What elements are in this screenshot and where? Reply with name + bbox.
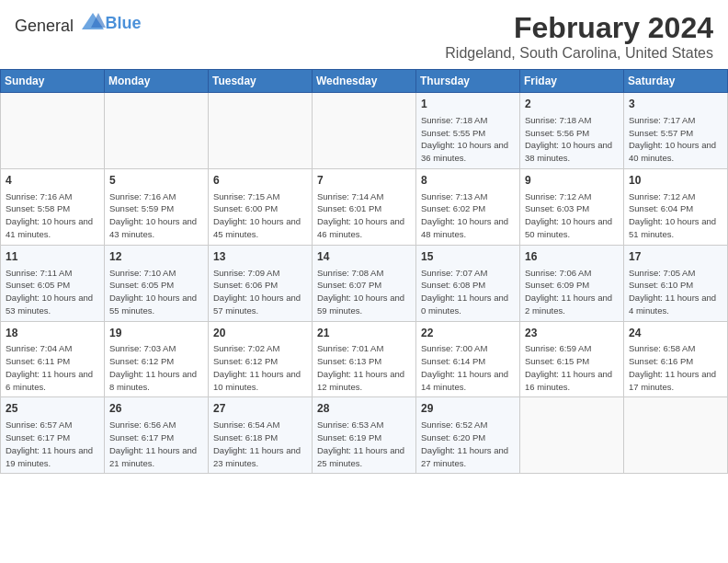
calendar-cell: 20Sunrise: 7:02 AM Sunset: 6:12 PM Dayli…	[209, 321, 313, 397]
day-info: Sunrise: 7:03 AM Sunset: 6:12 PM Dayligh…	[109, 342, 203, 393]
day-number: 21	[317, 326, 411, 341]
calendar-cell: 16Sunrise: 7:06 AM Sunset: 6:09 PM Dayli…	[520, 245, 624, 321]
day-info: Sunrise: 7:18 AM Sunset: 5:55 PM Dayligh…	[421, 114, 515, 165]
day-info: Sunrise: 7:01 AM Sunset: 6:13 PM Dayligh…	[317, 342, 411, 393]
day-info: Sunrise: 6:56 AM Sunset: 6:17 PM Dayligh…	[109, 419, 203, 469]
calendar-cell: 4Sunrise: 7:16 AM Sunset: 5:58 PM Daylig…	[1, 168, 105, 245]
day-number: 13	[213, 249, 307, 265]
calendar-cell	[313, 93, 416, 169]
day-info: Sunrise: 6:52 AM Sunset: 6:20 PM Dayligh…	[421, 419, 515, 469]
day-info: Sunrise: 6:59 AM Sunset: 6:15 PM Dayligh…	[525, 342, 619, 393]
day-number: 27	[213, 401, 307, 417]
calendar-cell: 7Sunrise: 7:14 AM Sunset: 6:01 PM Daylig…	[313, 168, 416, 245]
column-header-monday: Monday	[105, 70, 209, 93]
day-number: 28	[317, 401, 411, 417]
column-header-saturday: Saturday	[624, 70, 728, 93]
day-number: 24	[629, 326, 722, 341]
day-info: Sunrise: 7:18 AM Sunset: 5:56 PM Dayligh…	[525, 114, 619, 165]
day-info: Sunrise: 7:00 AM Sunset: 6:14 PM Dayligh…	[421, 342, 515, 393]
title-block: February 2024 Ridgeland, South Carolina,…	[445, 11, 713, 62]
day-number: 26	[109, 401, 203, 417]
calendar-table: SundayMondayTuesdayWednesdayThursdayFrid…	[0, 69, 728, 474]
day-info: Sunrise: 7:14 AM Sunset: 6:01 PM Dayligh…	[317, 190, 411, 241]
day-info: Sunrise: 7:16 AM Sunset: 5:58 PM Dayligh…	[6, 190, 99, 241]
day-number: 12	[109, 249, 203, 265]
calendar-cell: 28Sunrise: 6:53 AM Sunset: 6:19 PM Dayli…	[313, 397, 416, 474]
page-header: General Blue February 2024 Ridgeland, So…	[0, 0, 728, 69]
calendar-cell	[209, 93, 313, 169]
day-number: 8	[421, 173, 515, 189]
calendar-cell: 1Sunrise: 7:18 AM Sunset: 5:55 PM Daylig…	[416, 93, 520, 169]
calendar-header-row: SundayMondayTuesdayWednesdayThursdayFrid…	[1, 70, 728, 93]
day-number: 10	[629, 173, 722, 189]
column-header-friday: Friday	[520, 70, 624, 93]
calendar-cell: 26Sunrise: 6:56 AM Sunset: 6:17 PM Dayli…	[105, 397, 209, 474]
day-number: 19	[109, 326, 203, 341]
day-number: 23	[525, 326, 619, 341]
day-info: Sunrise: 7:07 AM Sunset: 6:08 PM Dayligh…	[421, 267, 515, 317]
day-info: Sunrise: 7:15 AM Sunset: 6:00 PM Dayligh…	[213, 190, 307, 241]
day-number: 16	[525, 249, 619, 265]
day-info: Sunrise: 7:16 AM Sunset: 5:59 PM Dayligh…	[109, 190, 203, 241]
calendar-cell: 25Sunrise: 6:57 AM Sunset: 6:17 PM Dayli…	[1, 397, 105, 474]
calendar-cell: 23Sunrise: 6:59 AM Sunset: 6:15 PM Dayli…	[520, 321, 624, 397]
day-number: 1	[421, 97, 515, 112]
calendar-cell	[105, 93, 209, 169]
logo-icon	[80, 11, 106, 31]
calendar-week-4: 18Sunrise: 7:04 AM Sunset: 6:11 PM Dayli…	[1, 321, 728, 397]
calendar-cell: 29Sunrise: 6:52 AM Sunset: 6:20 PM Dayli…	[416, 397, 520, 474]
day-info: Sunrise: 7:09 AM Sunset: 6:06 PM Dayligh…	[213, 267, 307, 317]
day-number: 25	[6, 401, 99, 417]
day-info: Sunrise: 6:53 AM Sunset: 6:19 PM Dayligh…	[317, 419, 411, 469]
calendar-cell: 17Sunrise: 7:05 AM Sunset: 6:10 PM Dayli…	[624, 245, 728, 321]
day-number: 22	[421, 326, 515, 341]
day-number: 18	[6, 326, 99, 341]
day-info: Sunrise: 6:58 AM Sunset: 6:16 PM Dayligh…	[629, 342, 722, 393]
calendar-cell: 12Sunrise: 7:10 AM Sunset: 6:05 PM Dayli…	[105, 245, 209, 321]
day-number: 11	[6, 249, 99, 265]
column-header-sunday: Sunday	[1, 70, 105, 93]
day-info: Sunrise: 7:12 AM Sunset: 6:04 PM Dayligh…	[629, 190, 722, 241]
calendar-cell: 5Sunrise: 7:16 AM Sunset: 5:59 PM Daylig…	[105, 168, 209, 245]
day-info: Sunrise: 7:12 AM Sunset: 6:03 PM Dayligh…	[525, 190, 619, 241]
calendar-week-2: 4Sunrise: 7:16 AM Sunset: 5:58 PM Daylig…	[1, 168, 728, 245]
day-number: 29	[421, 401, 515, 417]
calendar-cell: 14Sunrise: 7:08 AM Sunset: 6:07 PM Dayli…	[313, 245, 416, 321]
main-title: February 2024	[445, 11, 713, 45]
day-info: Sunrise: 7:08 AM Sunset: 6:07 PM Dayligh…	[317, 267, 411, 317]
column-header-wednesday: Wednesday	[313, 70, 416, 93]
day-info: Sunrise: 7:05 AM Sunset: 6:10 PM Dayligh…	[629, 267, 722, 317]
day-number: 9	[525, 173, 619, 189]
calendar-cell: 2Sunrise: 7:18 AM Sunset: 5:56 PM Daylig…	[520, 93, 624, 169]
calendar-cell	[520, 397, 624, 474]
day-number: 6	[213, 173, 307, 189]
calendar-cell: 11Sunrise: 7:11 AM Sunset: 6:05 PM Dayli…	[1, 245, 105, 321]
day-number: 17	[629, 249, 722, 265]
calendar-cell: 27Sunrise: 6:54 AM Sunset: 6:18 PM Dayli…	[209, 397, 313, 474]
day-number: 15	[421, 249, 515, 265]
calendar-cell	[624, 397, 728, 474]
calendar-week-3: 11Sunrise: 7:11 AM Sunset: 6:05 PM Dayli…	[1, 245, 728, 321]
calendar-cell: 13Sunrise: 7:09 AM Sunset: 6:06 PM Dayli…	[209, 245, 313, 321]
day-info: Sunrise: 7:04 AM Sunset: 6:11 PM Dayligh…	[6, 342, 99, 393]
calendar-cell	[1, 93, 105, 169]
day-info: Sunrise: 7:17 AM Sunset: 5:57 PM Dayligh…	[629, 114, 722, 165]
calendar-cell: 3Sunrise: 7:17 AM Sunset: 5:57 PM Daylig…	[624, 93, 728, 169]
day-number: 7	[317, 173, 411, 189]
calendar-body: 1Sunrise: 7:18 AM Sunset: 5:55 PM Daylig…	[1, 93, 728, 474]
calendar-cell: 24Sunrise: 6:58 AM Sunset: 6:16 PM Dayli…	[624, 321, 728, 397]
calendar-cell: 19Sunrise: 7:03 AM Sunset: 6:12 PM Dayli…	[105, 321, 209, 397]
day-info: Sunrise: 7:06 AM Sunset: 6:09 PM Dayligh…	[525, 267, 619, 317]
column-header-tuesday: Tuesday	[209, 70, 313, 93]
calendar-cell: 15Sunrise: 7:07 AM Sunset: 6:08 PM Dayli…	[416, 245, 520, 321]
calendar-week-1: 1Sunrise: 7:18 AM Sunset: 5:55 PM Daylig…	[1, 93, 728, 169]
calendar-cell: 18Sunrise: 7:04 AM Sunset: 6:11 PM Dayli…	[1, 321, 105, 397]
day-info: Sunrise: 7:13 AM Sunset: 6:02 PM Dayligh…	[421, 190, 515, 241]
day-number: 2	[525, 97, 619, 112]
day-info: Sunrise: 6:57 AM Sunset: 6:17 PM Dayligh…	[6, 419, 99, 469]
calendar-cell: 10Sunrise: 7:12 AM Sunset: 6:04 PM Dayli…	[624, 168, 728, 245]
day-info: Sunrise: 6:54 AM Sunset: 6:18 PM Dayligh…	[213, 419, 307, 469]
calendar-cell: 21Sunrise: 7:01 AM Sunset: 6:13 PM Dayli…	[313, 321, 416, 397]
day-info: Sunrise: 7:02 AM Sunset: 6:12 PM Dayligh…	[213, 342, 307, 393]
day-number: 4	[6, 173, 99, 189]
